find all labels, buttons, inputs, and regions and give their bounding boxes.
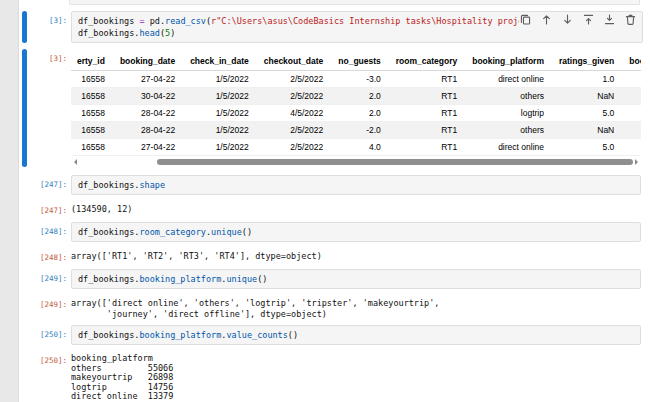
table-cell: RT1	[390, 71, 466, 88]
delete-icon[interactable]	[624, 13, 637, 26]
table-cell: 1/5/2022	[184, 122, 258, 139]
table-cell: 16558	[71, 139, 114, 156]
code-cell-248-output-row: [248]: array(['RT1', 'RT2', 'RT3', 'RT4'…	[19, 248, 650, 263]
table-cell: RT1	[390, 105, 466, 122]
table-cell: NaN	[553, 122, 623, 139]
column-header: ratings_given	[553, 52, 623, 71]
move-up-icon[interactable]	[540, 13, 553, 26]
table-cell: 30-04-22	[114, 88, 184, 105]
code-cell-3-input-row: [3]: df_bookings = pd.read_csv(r"C:\User…	[19, 11, 650, 43]
output-text: (134590, 12)	[71, 204, 641, 215]
table-cell: 28-04-22	[114, 122, 184, 139]
horizontal-scrollbar[interactable]	[71, 157, 641, 167]
code-text[interactable]: df_bookings.shape	[78, 179, 634, 191]
code-cell-249-input-row: [249]: df_bookings.booking_platform.uniq…	[19, 269, 650, 289]
column-header: erty_id	[71, 52, 114, 71]
table-cell: 2/5/2022	[258, 71, 333, 88]
table-cell: direct online	[466, 139, 553, 156]
output-prompt: [249]:	[27, 295, 71, 319]
table-cell: 28-04-22	[114, 105, 184, 122]
column-header: booking_platform	[466, 52, 553, 71]
table-cell: Checked Out	[623, 71, 641, 88]
table-row: 1655828-04-221/5/20222/5/2022-2.0RT1othe…	[71, 122, 641, 139]
move-down-icon[interactable]	[561, 13, 574, 26]
code-editor[interactable]: df_bookings.shape	[71, 175, 641, 195]
table-cell: 27-04-22	[114, 139, 184, 156]
table-cell: 4.0	[332, 139, 390, 156]
code-cell-247-input-row: [247]: df_bookings.shape	[19, 175, 650, 195]
input-prompt: [248]:	[27, 222, 71, 242]
table-cell: Checked Out	[623, 139, 641, 156]
output-text: array(['direct online', 'others', 'logtr…	[71, 298, 641, 319]
table-cell: RT1	[390, 139, 466, 156]
text-output: (134590, 12)	[71, 201, 641, 216]
output-prompt: [250]:	[27, 351, 71, 402]
table-cell: 2/5/2022	[258, 88, 333, 105]
code-cell-250-input-row: [250]: df_bookings.booking_platform.valu…	[19, 325, 650, 345]
column-header: no_guests	[332, 52, 390, 71]
insert-below-icon[interactable]	[603, 13, 616, 26]
dataframe-table: erty_idbooking_datecheck_in_datecheckout…	[71, 52, 641, 156]
value-counts-output: booking_platform others 55066 makeyourtr…	[71, 351, 641, 402]
table-cell: 1/5/2022	[184, 71, 258, 88]
table-cell: 1/5/2022	[184, 105, 258, 122]
table-cell: others	[466, 122, 553, 139]
code-text[interactable]: df_bookings.room_category.unique()	[78, 226, 634, 238]
dataframe-table-wrap: erty_idbooking_datecheck_in_datecheckout…	[71, 52, 641, 156]
output-prompt: [3]:	[27, 49, 71, 167]
previous-cell-stub[interactable]	[69, 0, 640, 5]
column-header: checkout_date	[258, 52, 333, 71]
column-header: booking_status	[623, 52, 641, 71]
input-prompt: [247]:	[27, 175, 71, 195]
cell-toolbar	[519, 13, 637, 26]
column-header: room_category	[390, 52, 466, 71]
scrollbar-thumb[interactable]	[157, 159, 633, 165]
table-cell: 1/5/2022	[184, 139, 258, 156]
table-row: 1655830-04-221/5/20222/5/20222.0RT1other…	[71, 88, 641, 105]
table-cell: others	[466, 88, 553, 105]
table-cell: 1/5/2022	[184, 88, 258, 105]
jupyter-notebook: { "colors": { "active_cell_bar": "#1976d…	[0, 0, 650, 402]
table-cell: 2.0	[332, 105, 390, 122]
code-cell-249-output-row: [249]: array(['direct online', 'others',…	[19, 295, 650, 319]
column-header: check_in_date	[184, 52, 258, 71]
duplicate-icon[interactable]	[519, 13, 532, 26]
table-cell: 2/5/2022	[258, 122, 333, 139]
code-editor[interactable]: df_bookings.booking_platform.unique()	[71, 269, 641, 289]
left-gutter	[0, 0, 19, 402]
table-cell: 4/5/2022	[258, 105, 333, 122]
table-cell: 2.0	[332, 88, 390, 105]
code-text[interactable]: df_bookings.booking_platform.unique()	[78, 273, 634, 285]
text-output: array(['RT1', 'RT2', 'RT3', 'RT4'], dtyp…	[71, 248, 641, 263]
code-editor[interactable]: df_bookings = pd.read_csv(r"C:\Users\asu…	[71, 11, 643, 43]
code-cell-248-input-row: [248]: df_bookings.room_category.unique(…	[19, 222, 650, 242]
table-cell: Cancelled	[623, 88, 641, 105]
scroll-right-arrow-icon[interactable]	[635, 159, 641, 165]
table-cell: 1.0	[553, 71, 623, 88]
code-cell-3-output-row: [3]: erty_idbooking_datecheck_in_dateche…	[19, 49, 650, 167]
notebook-area: [3]: df_bookings = pd.read_csv(r"C:\User…	[19, 0, 650, 402]
table-cell: logtrip	[466, 105, 553, 122]
table-cell: Checked Out	[623, 105, 641, 122]
table-cell: RT1	[390, 88, 466, 105]
input-prompt: [3]:	[27, 11, 71, 43]
table-cell: 16558	[71, 105, 114, 122]
table-cell: 16558	[71, 88, 114, 105]
table-cell: Cancelled	[623, 122, 641, 139]
insert-above-icon[interactable]	[582, 13, 595, 26]
table-cell: direct online	[466, 71, 553, 88]
input-prompt: [250]:	[27, 325, 71, 345]
table-cell: 16558	[71, 71, 114, 88]
table-row: 1655827-04-221/5/20222/5/20224.0RT1direc…	[71, 139, 641, 156]
table-cell: RT1	[390, 122, 466, 139]
scrollbar-track[interactable]	[79, 159, 633, 165]
table-row: 1655827-04-221/5/20222/5/2022-3.0RT1dire…	[71, 71, 641, 88]
code-text[interactable]: df_bookings.booking_platform.value_count…	[78, 329, 634, 341]
dataframe-output: erty_idbooking_datecheck_in_datecheckout…	[71, 49, 641, 167]
scroll-left-arrow-icon[interactable]	[71, 159, 77, 165]
table-cell: 2/5/2022	[258, 139, 333, 156]
code-cell-247-output-row: [247]: (134590, 12)	[19, 201, 650, 216]
column-header: booking_date	[114, 52, 184, 71]
code-editor[interactable]: df_bookings.booking_platform.value_count…	[71, 325, 641, 345]
code-editor[interactable]: df_bookings.room_category.unique()	[71, 222, 641, 242]
